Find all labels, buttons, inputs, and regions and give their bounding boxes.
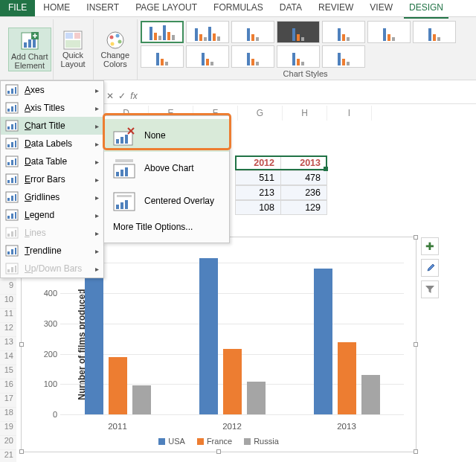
chart-style-9[interactable] — [186, 45, 229, 68]
row-19[interactable]: 19 — [0, 422, 16, 436]
tab-view[interactable]: VIEW — [361, 0, 401, 16]
xtick: 2012 — [222, 422, 242, 431]
chart-style-11[interactable] — [277, 45, 320, 68]
menu-data_table[interactable]: Data Table▸ — [1, 153, 103, 170]
chart-style-3[interactable] — [231, 21, 274, 43]
row-18[interactable]: 18 — [0, 408, 16, 422]
svg-rect-44 — [11, 214, 13, 219]
tab-formulas[interactable]: FORMULAS — [205, 0, 271, 16]
chart-style-gallery[interactable] — [141, 21, 470, 68]
fx-cancel[interactable]: ✕ — [104, 91, 116, 101]
chart-style-10[interactable] — [231, 45, 274, 68]
row-14[interactable]: 14 — [0, 351, 16, 365]
chart-style-7[interactable] — [413, 21, 456, 43]
legend-item[interactable]: USA — [158, 437, 185, 446]
cell[interactable]: 511 — [235, 170, 281, 185]
bar[interactable] — [314, 269, 332, 414]
add-chart-element-button[interactable]: Add Chart Element — [8, 28, 51, 71]
chart-title-more-options[interactable]: More Title Options... — [104, 217, 229, 240]
bar[interactable] — [132, 385, 151, 414]
chart-elements-plus-button[interactable]: ✚ — [421, 237, 439, 255]
row-12[interactable]: 12 — [0, 323, 16, 337]
menu-gridlines[interactable]: Gridlines▸ — [1, 188, 103, 206]
menu-trendline[interactable]: Trendline▸ — [1, 242, 103, 260]
svg-rect-68 — [117, 195, 132, 197]
chart-mini-icon — [5, 84, 19, 96]
change-colors-button[interactable]: Change Colors — [99, 29, 132, 70]
row-16[interactable]: 16 — [0, 379, 16, 394]
row-21[interactable]: 21 — [0, 450, 16, 462]
legend-item[interactable]: Russia — [244, 437, 279, 446]
row-13[interactable]: 13 — [0, 337, 16, 351]
bar[interactable] — [247, 382, 266, 414]
chart-title-none[interactable]: None — [104, 119, 229, 152]
chart-mini-icon — [5, 191, 19, 203]
tab-design[interactable]: DESIGN — [401, 0, 451, 16]
tab-file[interactable]: FILE — [0, 0, 35, 16]
add-chart-element-menu[interactable]: Axes▸Axis Titles▸Chart Title▸Data Labels… — [0, 80, 104, 278]
bar[interactable] — [223, 349, 242, 414]
tab-home[interactable]: HOME — [35, 0, 78, 16]
bar-group[interactable] — [314, 269, 380, 414]
chart-style-8[interactable] — [141, 45, 184, 68]
bar[interactable] — [109, 357, 127, 414]
row-10[interactable]: 10 — [0, 295, 16, 309]
cell[interactable]: 108 — [235, 200, 281, 215]
svg-rect-39 — [7, 198, 10, 201]
tab-insert[interactable]: INSERT — [78, 0, 127, 16]
bar[interactable] — [199, 258, 218, 414]
cell-year[interactable]: 2013 — [281, 155, 327, 170]
chart-style-2[interactable] — [186, 21, 229, 43]
chart-title-submenu[interactable]: None Above Chart Centered Overlay More T… — [103, 115, 230, 243]
bar-group[interactable] — [199, 258, 266, 414]
tab-data[interactable]: DATA — [271, 0, 310, 16]
cell-year[interactable]: 2012 — [235, 155, 281, 170]
chart-title-overlay[interactable]: Centered Overlay — [104, 185, 229, 217]
chart-styles-brush-button[interactable] — [421, 259, 439, 277]
menu-error_bars[interactable]: Error Bars▸ — [1, 170, 103, 188]
svg-rect-35 — [7, 180, 10, 183]
col-I[interactable]: I — [327, 106, 372, 121]
row-15[interactable]: 15 — [0, 365, 16, 379]
cell[interactable]: 129 — [281, 200, 327, 215]
chart-style-5[interactable] — [322, 21, 365, 43]
cell[interactable]: 236 — [281, 185, 327, 200]
bar[interactable] — [361, 375, 380, 414]
chart-legend[interactable]: USAFranceRussia — [22, 437, 416, 446]
row-headers[interactable]: 89101112131415161718192021 — [0, 266, 16, 462]
chart-style-1[interactable] — [141, 21, 184, 43]
bar-groups[interactable] — [60, 248, 404, 414]
legend-item[interactable]: France — [197, 437, 232, 446]
menu-axis_titles[interactable]: Axis Titles▸ — [1, 99, 103, 117]
col-G[interactable]: G — [238, 106, 283, 121]
fx-button[interactable]: fx — [128, 91, 140, 101]
svg-rect-64 — [116, 172, 119, 176]
svg-rect-71 — [125, 200, 128, 209]
menu-data_labels[interactable]: Data Labels▸ — [1, 135, 103, 153]
chart-filter-button[interactable] — [421, 280, 439, 298]
quick-layout-button[interactable]: Quick Layout — [59, 29, 88, 70]
chart-title-above-label: Above Chart — [144, 163, 194, 173]
chart-title-above[interactable]: Above Chart — [104, 152, 229, 185]
chart-mini-icon — [5, 120, 19, 132]
col-H[interactable]: H — [283, 106, 327, 121]
bar[interactable] — [85, 277, 103, 414]
bar[interactable] — [338, 342, 356, 414]
cell[interactable]: 213 — [235, 185, 281, 200]
menu-axes[interactable]: Axes▸ — [1, 81, 103, 99]
row-11[interactable]: 11 — [0, 309, 16, 323]
fx-enter[interactable]: ✓ — [116, 91, 128, 101]
plot-area[interactable]: 0100200300400500 — [60, 248, 404, 414]
menu-legend[interactable]: Legend▸ — [1, 206, 103, 224]
row-17[interactable]: 17 — [0, 394, 16, 408]
chart-style-4[interactable] — [277, 21, 320, 43]
cell[interactable]: 478 — [281, 170, 327, 185]
chart-style-6[interactable] — [367, 21, 411, 43]
tab-page-layout[interactable]: PAGE LAYOUT — [127, 0, 205, 16]
bar-group[interactable] — [85, 277, 151, 414]
row-20[interactable]: 20 — [0, 436, 16, 450]
row-9[interactable]: 9 — [0, 280, 16, 295]
tab-review[interactable]: REVIEW — [310, 0, 361, 16]
chart-style-12[interactable] — [322, 45, 365, 68]
menu-chart_title[interactable]: Chart Title▸ — [1, 117, 103, 135]
